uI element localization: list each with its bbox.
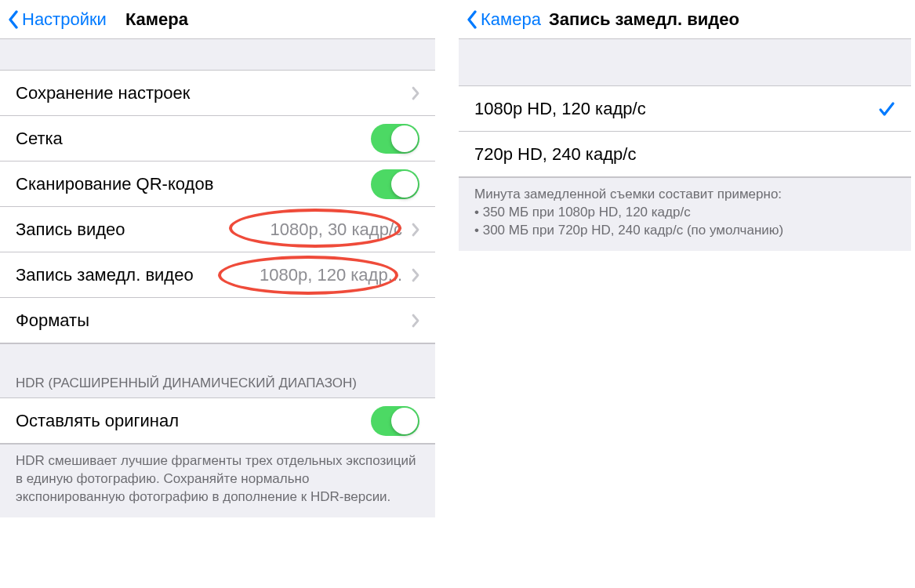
row-label: Форматы [16,310,89,331]
back-button[interactable]: Настройки [8,9,107,30]
row-label: Запись замедл. видео [16,265,194,285]
option-label: 1080p HD, 120 кадр/с [474,99,646,119]
footer-line: • 300 МБ при 720p HD, 240 кадр/с (по умо… [474,222,895,240]
row-record-slomo[interactable]: Запись замедл. видео 1080p, 120 кадр... [0,252,435,298]
page-title: Запись замедл. видео [549,9,739,30]
row-label: Сканирование QR-кодов [16,174,213,194]
grid-toggle[interactable] [371,124,419,154]
row-label: Сохранение настроек [16,83,190,103]
section-gap [0,39,435,71]
slomo-footer: Минута замедленной съемки составит приме… [459,177,911,251]
row-label: Сетка [16,129,63,149]
option-label: 720p HD, 240 кадр/с [474,144,636,165]
row-qr-scan: Сканирование QR-кодов [0,162,435,207]
row-label: Оставлять оригинал [16,411,179,431]
row-save-settings[interactable]: Сохранение настроек [0,71,435,116]
row-formats[interactable]: Форматы [0,298,435,343]
nav-header: Настройки Камера [0,0,435,39]
option-1080p-120[interactable]: 1080p HD, 120 кадр/с [459,86,911,132]
row-label: Запись видео [16,220,125,240]
back-label: Настройки [22,9,107,30]
row-value: 1080p, 30 кадр/с [270,220,402,240]
back-button[interactable]: Камера [467,9,541,30]
hdr-footer: HDR смешивает лучшие фрагменты трех отде… [0,444,435,517]
row-value: 1080p, 120 кадр... [260,265,402,285]
chevron-left-icon [467,10,477,29]
chevron-left-icon [8,10,19,29]
footer-line: • 350 МБ при 1080p HD, 120 кадр/с [474,204,895,222]
footer-line: Минута замедленной съемки составит приме… [474,186,895,204]
keep-original-toggle[interactable] [371,406,419,436]
slomo-settings-pane: Камера Запись замедл. видео 1080p HD, 12… [459,0,911,588]
row-record-video[interactable]: Запись видео 1080p, 30 кадр/с [0,207,435,252]
chevron-right-icon [412,86,419,100]
option-720p-240[interactable]: 720p HD, 240 кадр/с [459,132,911,177]
nav-header: Камера Запись замедл. видео [459,0,911,39]
row-grid: Сетка [0,116,435,162]
hdr-section-header: HDR (РАСШИРЕННЫЙ ДИНАМИЧЕСКИЙ ДИАПАЗОН) [0,343,435,398]
qr-toggle[interactable] [371,169,419,199]
checkmark-icon [878,100,895,118]
back-label: Камера [481,9,541,30]
section-gap [459,39,911,86]
page-title: Камера [125,9,188,30]
chevron-right-icon [412,223,419,237]
camera-settings-pane: Настройки Камера Сохранение настроек Сет… [0,0,435,588]
row-keep-original: Оставлять оригинал [0,398,435,444]
chevron-right-icon [412,268,419,282]
chevron-right-icon [412,314,419,328]
